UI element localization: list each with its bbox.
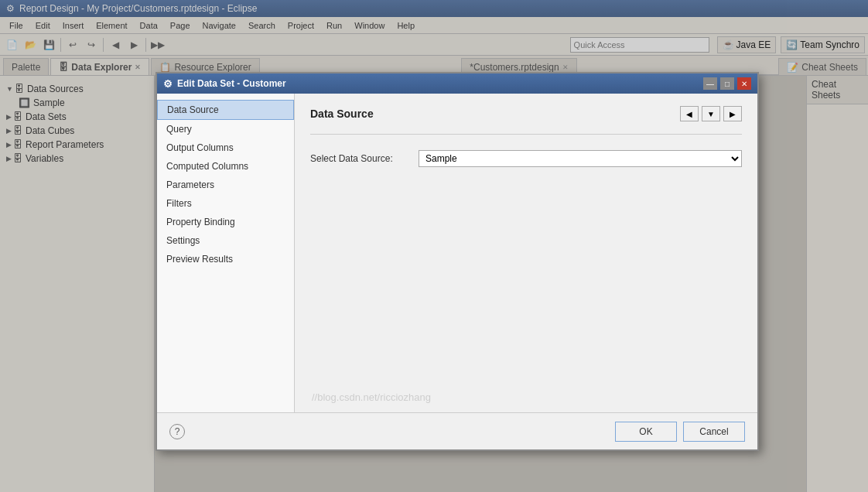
dialog-footer-buttons: OK Cancel	[615, 422, 745, 442]
dialog-nav-property-binding-label: Property Binding	[166, 217, 235, 227]
dialog-nav-computed-columns[interactable]: Computed Columns	[157, 157, 294, 176]
watermark: //blog.csdn.net/ricciozhang	[312, 391, 431, 403]
dialog-content-dropdown-button[interactable]: ▼	[702, 106, 720, 121]
dialog-footer: ? OK Cancel	[157, 412, 757, 449]
dialog-nav-query[interactable]: Query	[157, 120, 294, 138]
dialog-nav-filters[interactable]: Filters	[157, 194, 294, 213]
dialog-nav-property-binding[interactable]: Property Binding	[157, 213, 294, 231]
data-source-select[interactable]: Sample	[419, 150, 742, 167]
dialog-nav-data-source-label: Data Source	[167, 104, 219, 115]
dialog-maximize-button[interactable]: □	[720, 77, 734, 90]
dialog-nav-computed-columns-label: Computed Columns	[166, 161, 248, 172]
dialog-nav-parameters-label: Parameters	[166, 179, 214, 190]
dialog-title-bar: ⚙ Edit Data Set - Customer — □ ✕	[157, 73, 757, 94]
dialog-content: Data Source ◀ ▼ ▶ Select Data Source:	[295, 94, 757, 412]
dialog-content-forward-button[interactable]: ▶	[723, 106, 742, 121]
dialog-content-back-button[interactable]: ◀	[680, 106, 699, 121]
dialog-body: Data Source Query Output Columns Compute…	[157, 94, 757, 412]
help-icon[interactable]: ?	[169, 424, 185, 439]
dialog-title: Edit Data Set - Customer	[177, 78, 286, 89]
dialog-title-icon: ⚙	[163, 78, 173, 90]
dialog-nav-settings[interactable]: Settings	[157, 231, 294, 250]
dialog-title-controls: — □ ✕	[703, 77, 751, 90]
ok-button[interactable]: OK	[615, 422, 677, 442]
cancel-button[interactable]: Cancel	[683, 422, 745, 442]
select-data-source-label: Select Data Source:	[310, 153, 419, 164]
modal-overlay: ⚙ Edit Data Set - Customer — □ ✕ Data So…	[0, 0, 868, 492]
dialog-nav-parameters[interactable]: Parameters	[157, 176, 294, 194]
dialog-nav-output-columns[interactable]: Output Columns	[157, 138, 294, 157]
dialog-nav-settings-label: Settings	[166, 235, 200, 246]
dialog-nav: Data Source Query Output Columns Compute…	[157, 94, 295, 412]
dialog-section-title: Data Source	[310, 108, 374, 120]
dialog-minimize-button[interactable]: —	[703, 77, 717, 90]
dialog: ⚙ Edit Data Set - Customer — □ ✕ Data So…	[155, 72, 759, 451]
form-row-data-source: Select Data Source: Sample	[310, 150, 742, 167]
main-area: ▼ 🗄 Data Sources 🔲 Sample ▶ 🗄 Data Sets …	[0, 76, 868, 492]
center-area: ⚙ Edit Data Set - Customer — □ ✕ Data So…	[155, 76, 806, 492]
dialog-nav-query-label: Query	[166, 124, 192, 135]
dialog-nav-output-columns-label: Output Columns	[166, 142, 234, 153]
dialog-content-toolbar: ◀ ▼ ▶	[680, 106, 742, 121]
dialog-nav-preview-results[interactable]: Preview Results	[157, 250, 294, 268]
dialog-nav-filters-label: Filters	[166, 198, 192, 209]
dialog-nav-data-source[interactable]: Data Source	[157, 100, 294, 120]
help-icon-label: ?	[175, 426, 180, 437]
dialog-close-button[interactable]: ✕	[737, 77, 751, 90]
dialog-nav-preview-results-label: Preview Results	[166, 254, 233, 265]
